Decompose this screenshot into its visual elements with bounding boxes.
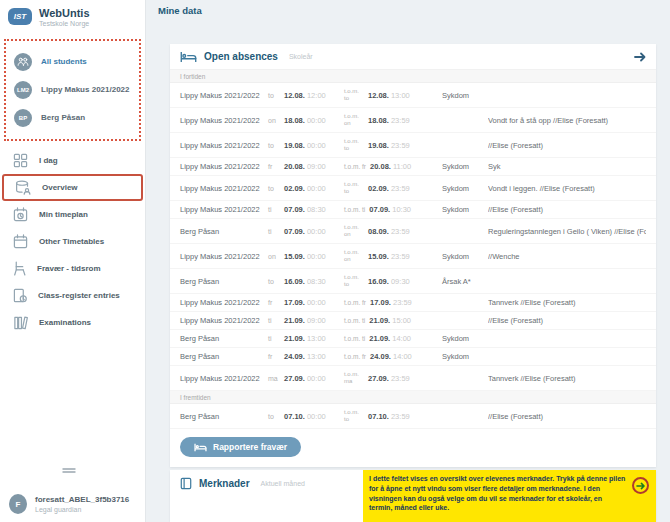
- ist-logo: IST: [8, 8, 32, 25]
- absence-note: //Elise (Foresatt): [488, 412, 646, 421]
- merknader-range-label[interactable]: Aktuell måned: [261, 480, 305, 487]
- absence-start: 16.09. 08:30: [284, 277, 344, 286]
- absence-end: t.o.m.to07.10. 23:59: [344, 409, 442, 424]
- absence-end: t.o.m.to16.09. 09:30: [344, 274, 442, 289]
- sidebar-item-label: Overview: [42, 183, 78, 192]
- absence-row[interactable]: Berg Påsanti07.09. 00:00t.o.m.on08.09. 2…: [170, 219, 656, 244]
- absence-weekday: to: [268, 142, 284, 149]
- user-avatar: F: [9, 494, 27, 514]
- absence-row[interactable]: Berg Påsanti21.09. 13:00t.o.m. ti21.09. …: [170, 330, 656, 348]
- absence-student: Lippy Makus 2021/2022: [180, 316, 268, 325]
- merknader-card: Merknader Aktuell måned I dette feltet v…: [170, 470, 656, 522]
- sidebar-item-label: Fravær - tidsrom: [37, 264, 101, 273]
- absence-row[interactable]: Lippy Makus 2021/2022fr20.08. 09:00t.o.m…: [170, 158, 656, 176]
- sidebar-nav: I dagOverviewMin timeplanOther Timetable…: [0, 147, 145, 336]
- absence-row[interactable]: Lippy Makus 2021/2022to02.09. 00:00t.o.m…: [170, 176, 656, 201]
- sidebar-student-item[interactable]: All students: [12, 48, 133, 76]
- book-icon: [180, 477, 192, 490]
- section-header: I fortiden: [170, 70, 656, 83]
- user-role: Legal guardian: [35, 506, 129, 513]
- page-title: Mine data: [158, 5, 202, 16]
- absence-start: 15.09. 00:00: [284, 252, 344, 261]
- absence-row[interactable]: Lippy Makus 2021/2022to12.08. 12:00t.o.m…: [170, 83, 656, 108]
- section-header: I fremtiden: [170, 391, 656, 404]
- absence-weekday: on: [268, 253, 284, 260]
- open-absences-card: Open absences Skoleår I fortidenLippy Ma…: [170, 44, 656, 467]
- absences-range-label[interactable]: Skoleår: [289, 53, 313, 60]
- absence-weekday: ti: [268, 228, 284, 235]
- absence-row[interactable]: Lippy Makus 2021/2022ti07.09. 08:30t.o.m…: [170, 201, 656, 219]
- absence-reason: Sykdom: [442, 91, 488, 100]
- absence-end: t.o.m. ti07.09. 10:30: [344, 205, 442, 214]
- sidebar-item-min-timeplan[interactable]: Min timeplan: [0, 201, 145, 228]
- sidebar-item-overview[interactable]: Overview: [2, 174, 143, 201]
- sidebar-item-label: Other Timetables: [39, 237, 104, 246]
- absence-start: 17.09. 00:00: [284, 298, 344, 307]
- report-absence-button[interactable]: Rapportere fravær: [180, 437, 301, 457]
- sidebar-item-other-timetables[interactable]: Other Timetables: [0, 228, 145, 255]
- absence-end: t.o.m. fr20.08. 11:00: [344, 162, 442, 171]
- absence-weekday: to: [268, 413, 284, 420]
- grid-icon: [13, 153, 28, 168]
- app-title: WebUntis: [39, 7, 90, 20]
- student-avatar: BP: [14, 109, 32, 127]
- people-icon: [14, 53, 32, 71]
- absence-weekday: fr: [268, 163, 284, 170]
- absence-student: Lippy Makus 2021/2022: [180, 91, 268, 100]
- student-label: All students: [41, 57, 87, 66]
- absence-student: Lippy Makus 2021/2022: [180, 141, 268, 150]
- absence-start: 20.08. 09:00: [284, 162, 344, 171]
- calendar-clock-icon: [13, 207, 28, 222]
- user-name: foresatt_ABEL_3f5b3716: [35, 495, 129, 504]
- user-profile[interactable]: F foresatt_ABEL_3f5b3716 Legal guardian: [9, 494, 129, 514]
- sidebar-item-i-dag[interactable]: I dag: [0, 147, 145, 174]
- absence-weekday: ma: [268, 375, 284, 382]
- absence-row[interactable]: Lippy Makus 2021/2022to19.08. 00:00t.o.m…: [170, 133, 656, 158]
- sidebar-item-examinations[interactable]: Examinations: [0, 309, 145, 336]
- annotation-arrow-circle[interactable]: [632, 477, 649, 494]
- absence-row[interactable]: Berg Påsanfr24.09. 13:00t.o.m. fr24.09. …: [170, 348, 656, 366]
- absence-row[interactable]: Lippy Makus 2021/2022on18.08. 00:00t.o.m…: [170, 108, 656, 133]
- student-avatar: LM2: [14, 81, 32, 99]
- sidebar-item-label: Class-register entries: [38, 291, 120, 300]
- absence-row[interactable]: Lippy Makus 2021/2022ti21.09. 09:00t.o.m…: [170, 312, 656, 330]
- absence-end: t.o.m.ma27.09. 23:59: [344, 371, 442, 386]
- sidebar-item-label: Examinations: [39, 318, 91, 327]
- absence-reason: Sykdom: [442, 252, 488, 261]
- absence-weekday: on: [268, 117, 284, 124]
- sidebar-item-label: I dag: [39, 156, 58, 165]
- absence-row[interactable]: Berg Påsanto16.09. 08:30t.o.m.to16.09. 0…: [170, 269, 656, 294]
- absence-end: t.o.m.to19.08. 23:59: [344, 138, 442, 153]
- report-absence-label: Rapportere fravær: [213, 442, 287, 452]
- absence-reason: Årsak A*: [442, 277, 488, 286]
- absence-end: t.o.m.on18.08. 23:59: [344, 113, 442, 128]
- bed-icon: [194, 443, 207, 452]
- absence-student: Lippy Makus 2021/2022: [180, 184, 268, 193]
- open-absences-detail-arrow[interactable]: [634, 52, 646, 62]
- absence-weekday: to: [268, 185, 284, 192]
- absence-start: 24.09. 13:00: [284, 352, 344, 361]
- open-absences-header: Open absences Skoleår: [170, 44, 656, 70]
- absence-row[interactable]: Lippy Makus 2021/2022ma27.09. 00:00t.o.m…: [170, 366, 656, 391]
- open-absences-title: Open absences: [204, 51, 278, 62]
- absence-student: Berg Påsan: [180, 277, 268, 286]
- absence-row[interactable]: Lippy Makus 2021/2022fr17.09. 00:00t.o.m…: [170, 294, 656, 312]
- absence-note: Vondt for å stå opp //Elise (Foresatt): [488, 116, 646, 125]
- absence-reason: Sykdom: [442, 162, 488, 171]
- absence-row[interactable]: Lippy Makus 2021/2022on15.09. 00:00t.o.m…: [170, 244, 656, 269]
- absence-end: t.o.m.on08.09. 23:59: [344, 224, 442, 239]
- sidebar-item-frav-r-tidsrom[interactable]: Fravær - tidsrom: [0, 255, 145, 282]
- absence-start: 12.08. 12:00: [284, 91, 344, 100]
- sidebar-student-item[interactable]: LM2Lippy Makus 2021/2022: [12, 76, 133, 104]
- absence-start: 19.08. 00:00: [284, 141, 344, 150]
- absence-row[interactable]: Berg Påsanto07.10. 00:00t.o.m.to07.10. 2…: [170, 404, 656, 429]
- sidebar-item-class-register-entries[interactable]: Class-register entries: [0, 282, 145, 309]
- sidebar-student-item[interactable]: BPBerg Påsan: [12, 104, 133, 132]
- absence-student: Lippy Makus 2021/2022: [180, 205, 268, 214]
- absence-note: //Elise (Foresatt): [488, 205, 646, 214]
- sidebar-item-label: Min timeplan: [39, 210, 88, 219]
- absence-student: Berg Påsan: [180, 227, 268, 236]
- absence-note: Syk: [488, 162, 646, 171]
- collapse-sidebar-handle[interactable]: [62, 467, 76, 474]
- absence-student: Berg Påsan: [180, 412, 268, 421]
